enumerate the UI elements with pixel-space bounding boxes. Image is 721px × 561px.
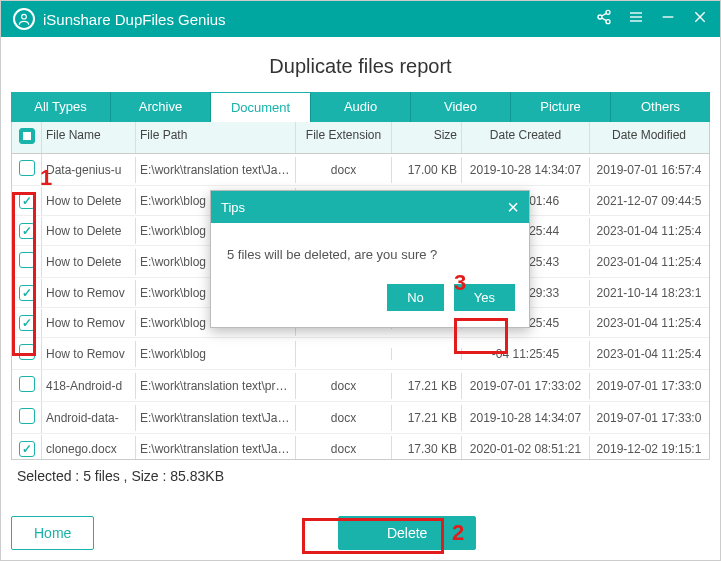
selection-status: Selected : 5 files , Size : 85.83KB — [11, 460, 710, 490]
tab-archive[interactable]: Archive — [111, 92, 211, 122]
cell-size: 17.00 KB — [392, 157, 462, 183]
cell-size: 17.30 KB — [392, 436, 462, 461]
cell-file-name: 418-Android-d — [42, 373, 136, 399]
table-row[interactable]: ✓clonego.docxE:\work\translation text\Ja… — [12, 434, 709, 460]
share-icon[interactable] — [596, 9, 612, 30]
col-file-path[interactable]: File Path — [136, 122, 296, 153]
dialog-close-icon[interactable]: × — [507, 197, 519, 217]
row-checkbox[interactable] — [19, 408, 35, 424]
cell-date-modified: 2023-01-04 11:25:4 — [590, 341, 708, 367]
col-date-created[interactable]: Date Created — [462, 122, 590, 153]
tab-others[interactable]: Others — [611, 92, 710, 122]
dialog-yes-button[interactable]: Yes — [454, 284, 515, 311]
cell-date-modified: 2023-01-04 11:25:4 — [590, 310, 708, 336]
delete-button[interactable]: Delete — [338, 516, 476, 550]
dialog-message: 5 files will be deleted, are you sure ? — [211, 223, 529, 274]
cell-date-modified: 2023-01-04 11:25:4 — [590, 218, 708, 244]
row-checkbox[interactable]: ✓ — [19, 285, 35, 301]
cell-file-name: Data-genius-u — [42, 157, 136, 183]
cell-date-modified: 2021-12-07 09:44:5 — [590, 188, 708, 214]
col-file-extension[interactable]: File Extension — [296, 122, 392, 153]
table-row[interactable]: 418-Android-dE:\work\translation text\pr… — [12, 370, 709, 402]
col-file-name[interactable]: File Name — [42, 122, 136, 153]
dialog-title: Tips — [221, 200, 245, 215]
cell-file-ext: docx — [296, 373, 392, 399]
row-checkbox[interactable] — [19, 252, 35, 268]
svg-point-0 — [22, 14, 27, 19]
cell-file-name: Android-data- — [42, 405, 136, 431]
cell-file-ext: docx — [296, 436, 392, 461]
cell-size — [392, 348, 462, 360]
svg-line-4 — [602, 13, 607, 16]
row-checkbox[interactable]: ✓ — [19, 441, 35, 457]
dialog-footer: No Yes — [211, 274, 529, 327]
app-title: iSunshare DupFiles Genius — [43, 11, 226, 28]
cell-date-created: 2020-01-02 08:51:21 — [462, 436, 590, 461]
page-title: Duplicate files report — [1, 37, 720, 92]
table-header: File Name File Path File Extension Size … — [12, 122, 709, 154]
minimize-icon[interactable] — [660, 9, 676, 30]
cell-file-name: How to Remov — [42, 310, 136, 336]
cell-size: 17.21 KB — [392, 373, 462, 399]
tab-picture[interactable]: Picture — [511, 92, 611, 122]
tab-video[interactable]: Video — [411, 92, 511, 122]
cell-date-modified: 2019-12-02 19:15:1 — [590, 436, 708, 461]
cell-file-name: How to Delete — [42, 249, 136, 275]
row-checkbox[interactable] — [19, 160, 35, 176]
cell-date-created: 2019-10-28 14:34:07 — [462, 157, 590, 183]
cell-file-name: How to Remov — [42, 341, 136, 367]
table-row[interactable]: Android-data-E:\work\translation text\Ja… — [12, 402, 709, 434]
cell-date-created: 2019-10-28 14:34:07 — [462, 405, 590, 431]
svg-point-3 — [606, 19, 610, 23]
cell-date-created: 2019-07-01 17:33:02 — [462, 373, 590, 399]
cell-file-path: E:\work\translation text\Japan — [136, 436, 296, 461]
cell-file-path: E:\work\translation text\produ — [136, 373, 296, 399]
cell-date-modified: 2019-07-01 16:57:4 — [590, 157, 708, 183]
dialog-header: Tips × — [211, 191, 529, 223]
row-checkbox[interactable]: ✓ — [19, 223, 35, 239]
cell-date-created: -04 11:25:45 — [462, 341, 590, 367]
cell-file-name: How to Delete — [42, 218, 136, 244]
cell-date-modified: 2019-07-01 17:33:0 — [590, 373, 708, 399]
cell-file-path: E:\work\translation text\Japan — [136, 405, 296, 431]
cell-date-modified: 2023-01-04 11:25:4 — [590, 249, 708, 275]
menu-icon[interactable] — [628, 9, 644, 30]
cell-file-ext — [296, 348, 392, 360]
cell-file-name: How to Delete — [42, 188, 136, 214]
cell-file-ext: docx — [296, 405, 392, 431]
bottom-bar: Home Delete — [1, 512, 720, 560]
close-icon[interactable] — [692, 9, 708, 30]
cell-date-modified: 2019-07-01 17:33:0 — [590, 405, 708, 431]
svg-point-1 — [606, 10, 610, 14]
table-row[interactable]: How to RemovE:\work\blog-04 11:25:452023… — [12, 338, 709, 370]
cell-file-path: E:\work\translation text\Japan — [136, 157, 296, 183]
tab-audio[interactable]: Audio — [311, 92, 411, 122]
row-checkbox[interactable] — [19, 376, 35, 392]
cell-file-ext: docx — [296, 157, 392, 183]
cell-file-path: E:\work\blog — [136, 341, 296, 367]
home-button[interactable]: Home — [11, 516, 94, 550]
row-checkbox[interactable]: ✓ — [19, 315, 35, 331]
cell-size: 17.21 KB — [392, 405, 462, 431]
row-checkbox[interactable] — [19, 344, 35, 360]
svg-line-5 — [602, 18, 607, 21]
dialog-no-button[interactable]: No — [387, 284, 444, 311]
tab-all-types[interactable]: All Types — [11, 92, 111, 122]
cell-file-name: How to Remov — [42, 280, 136, 306]
titlebar-actions — [596, 9, 708, 30]
select-all-header[interactable] — [12, 122, 42, 153]
cell-file-name: clonego.docx — [42, 436, 136, 461]
table-row[interactable]: Data-genius-uE:\work\translation text\Ja… — [12, 154, 709, 186]
col-date-modified[interactable]: Date Modified — [590, 122, 708, 153]
svg-point-2 — [598, 15, 602, 19]
app-logo-icon — [13, 8, 35, 30]
titlebar: iSunshare DupFiles Genius — [1, 1, 720, 37]
filter-tabs: All TypesArchiveDocumentAudioVideoPictur… — [11, 92, 710, 122]
confirm-dialog: Tips × 5 files will be deleted, are you … — [210, 190, 530, 328]
col-size[interactable]: Size — [392, 122, 462, 153]
row-checkbox[interactable]: ✓ — [19, 193, 35, 209]
cell-date-modified: 2021-10-14 18:23:1 — [590, 280, 708, 306]
tab-document[interactable]: Document — [211, 92, 311, 122]
